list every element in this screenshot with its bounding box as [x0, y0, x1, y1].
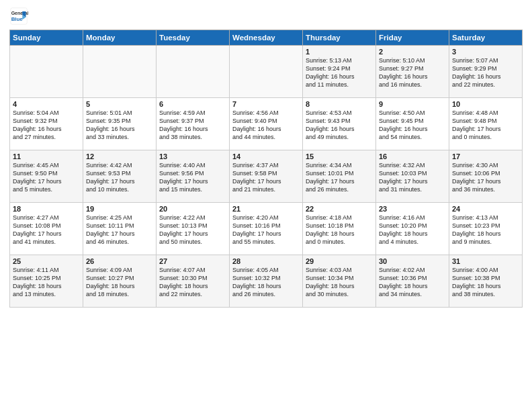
day-number: 5 [86, 100, 153, 108]
day-info: Sunrise: 4:13 AM Sunset: 10:23 PM Daylig… [452, 214, 501, 245]
day-info: Sunrise: 4:53 AM Sunset: 9:43 PM Dayligh… [306, 109, 355, 140]
day-number: 31 [452, 257, 519, 265]
calendar-cell: 18Sunrise: 4:27 AM Sunset: 10:08 PM Dayl… [10, 203, 83, 255]
calendar-cell: 17Sunrise: 4:30 AM Sunset: 10:06 PM Dayl… [449, 150, 523, 203]
calendar-cell: 11Sunrise: 4:45 AM Sunset: 9:50 PM Dayli… [10, 150, 83, 203]
calendar-cell: 10Sunrise: 4:48 AM Sunset: 9:48 PM Dayli… [449, 98, 523, 150]
day-number: 4 [13, 100, 80, 108]
calendar-cell: 6Sunrise: 4:59 AM Sunset: 9:37 PM Daylig… [157, 98, 230, 150]
day-number: 25 [13, 257, 80, 265]
day-info: Sunrise: 4:56 AM Sunset: 9:40 PM Dayligh… [232, 109, 281, 140]
day-number: 3 [452, 48, 519, 56]
calendar-cell: 25Sunrise: 4:11 AM Sunset: 10:25 PM Dayl… [10, 255, 83, 308]
day-info: Sunrise: 4:18 AM Sunset: 10:18 PM Daylig… [306, 214, 355, 245]
calendar-cell [230, 46, 303, 98]
calendar-cell: 19Sunrise: 4:25 AM Sunset: 10:11 PM Dayl… [83, 203, 157, 255]
calendar-cell: 9Sunrise: 4:50 AM Sunset: 9:45 PM Daylig… [376, 98, 449, 150]
day-number: 17 [452, 152, 519, 161]
day-info: Sunrise: 4:25 AM Sunset: 10:11 PM Daylig… [86, 214, 135, 245]
calendar-cell: 31Sunrise: 4:00 AM Sunset: 10:38 PM Dayl… [449, 255, 523, 308]
weekday-header-friday: Friday [376, 30, 449, 46]
calendar-cell: 28Sunrise: 4:05 AM Sunset: 10:32 PM Dayl… [230, 255, 303, 308]
day-info: Sunrise: 4:03 AM Sunset: 10:34 PM Daylig… [306, 267, 355, 298]
weekday-header-monday: Monday [83, 30, 157, 46]
day-info: Sunrise: 4:00 AM Sunset: 10:38 PM Daylig… [452, 267, 501, 298]
day-number: 16 [379, 152, 446, 161]
day-info: Sunrise: 4:02 AM Sunset: 10:36 PM Daylig… [379, 267, 428, 298]
day-number: 26 [86, 257, 153, 265]
day-number: 21 [232, 205, 300, 213]
day-info: Sunrise: 4:34 AM Sunset: 10:01 PM Daylig… [306, 162, 355, 193]
calendar-cell [157, 46, 230, 98]
day-info: Sunrise: 4:48 AM Sunset: 9:48 PM Dayligh… [452, 109, 501, 140]
svg-text:Blue: Blue [11, 16, 24, 22]
calendar-cell: 8Sunrise: 4:53 AM Sunset: 9:43 PM Daylig… [303, 98, 376, 150]
weekday-header-sunday: Sunday [10, 30, 83, 46]
week-row-4: 18Sunrise: 4:27 AM Sunset: 10:08 PM Dayl… [10, 203, 523, 255]
calendar-cell: 27Sunrise: 4:07 AM Sunset: 10:30 PM Dayl… [157, 255, 230, 308]
day-number: 15 [306, 152, 373, 161]
day-info: Sunrise: 5:01 AM Sunset: 9:35 PM Dayligh… [86, 109, 135, 140]
day-number: 6 [159, 100, 226, 108]
week-row-1: 1Sunrise: 5:13 AM Sunset: 9:24 PM Daylig… [10, 46, 523, 98]
day-number: 8 [306, 100, 373, 108]
calendar-cell: 16Sunrise: 4:32 AM Sunset: 10:03 PM Dayl… [376, 150, 449, 203]
weekday-header-saturday: Saturday [449, 30, 523, 46]
day-info: Sunrise: 5:07 AM Sunset: 9:29 PM Dayligh… [452, 57, 501, 88]
day-info: Sunrise: 4:09 AM Sunset: 10:27 PM Daylig… [86, 267, 135, 298]
calendar-cell: 7Sunrise: 4:56 AM Sunset: 9:40 PM Daylig… [230, 98, 303, 150]
calendar-cell: 5Sunrise: 5:01 AM Sunset: 9:35 PM Daylig… [83, 98, 157, 150]
day-number: 11 [13, 152, 80, 161]
calendar-cell: 22Sunrise: 4:18 AM Sunset: 10:18 PM Dayl… [303, 203, 376, 255]
weekday-header-thursday: Thursday [303, 30, 376, 46]
day-info: Sunrise: 5:13 AM Sunset: 9:24 PM Dayligh… [306, 57, 355, 88]
weekday-row: SundayMondayTuesdayWednesdayThursdayFrid… [10, 30, 523, 46]
calendar-body: 1Sunrise: 5:13 AM Sunset: 9:24 PM Daylig… [10, 46, 523, 308]
calendar-cell: 13Sunrise: 4:40 AM Sunset: 9:56 PM Dayli… [157, 150, 230, 203]
day-number: 27 [159, 257, 226, 265]
day-info: Sunrise: 5:04 AM Sunset: 9:32 PM Dayligh… [13, 109, 62, 140]
day-number: 29 [306, 257, 373, 265]
calendar-cell: 29Sunrise: 4:03 AM Sunset: 10:34 PM Dayl… [303, 255, 376, 308]
day-number: 23 [379, 205, 446, 213]
day-info: Sunrise: 4:16 AM Sunset: 10:20 PM Daylig… [379, 214, 428, 245]
header: General Blue [9, 7, 523, 26]
day-info: Sunrise: 5:10 AM Sunset: 9:27 PM Dayligh… [379, 57, 428, 88]
day-number: 10 [452, 100, 519, 108]
calendar-table: SundayMondayTuesdayWednesdayThursdayFrid… [9, 30, 523, 308]
day-info: Sunrise: 4:07 AM Sunset: 10:30 PM Daylig… [159, 267, 208, 298]
calendar-cell: 1Sunrise: 5:13 AM Sunset: 9:24 PM Daylig… [303, 46, 376, 98]
week-row-2: 4Sunrise: 5:04 AM Sunset: 9:32 PM Daylig… [10, 98, 523, 150]
day-number: 20 [159, 205, 226, 213]
calendar-cell: 15Sunrise: 4:34 AM Sunset: 10:01 PM Dayl… [303, 150, 376, 203]
weekday-header-wednesday: Wednesday [230, 30, 303, 46]
day-number: 18 [13, 205, 80, 213]
calendar-cell: 26Sunrise: 4:09 AM Sunset: 10:27 PM Dayl… [83, 255, 157, 308]
calendar-cell [83, 46, 157, 98]
logo: General Blue [9, 7, 28, 26]
day-number: 12 [86, 152, 153, 161]
calendar-cell: 23Sunrise: 4:16 AM Sunset: 10:20 PM Dayl… [376, 203, 449, 255]
day-info: Sunrise: 4:32 AM Sunset: 10:03 PM Daylig… [379, 162, 428, 193]
day-number: 19 [86, 205, 153, 213]
day-number: 1 [306, 48, 373, 56]
day-number: 13 [159, 152, 226, 161]
calendar-cell: 20Sunrise: 4:22 AM Sunset: 10:13 PM Dayl… [157, 203, 230, 255]
day-info: Sunrise: 4:45 AM Sunset: 9:50 PM Dayligh… [13, 162, 62, 193]
day-number: 14 [232, 152, 300, 161]
day-info: Sunrise: 4:30 AM Sunset: 10:06 PM Daylig… [452, 162, 501, 193]
day-number: 7 [232, 100, 300, 108]
day-number: 2 [379, 48, 446, 56]
weekday-header-tuesday: Tuesday [157, 30, 230, 46]
day-info: Sunrise: 4:11 AM Sunset: 10:25 PM Daylig… [13, 267, 62, 298]
calendar-cell: 2Sunrise: 5:10 AM Sunset: 9:27 PM Daylig… [376, 46, 449, 98]
day-info: Sunrise: 4:40 AM Sunset: 9:56 PM Dayligh… [159, 162, 208, 193]
calendar-cell: 4Sunrise: 5:04 AM Sunset: 9:32 PM Daylig… [10, 98, 83, 150]
day-number: 24 [452, 205, 519, 213]
day-info: Sunrise: 4:50 AM Sunset: 9:45 PM Dayligh… [379, 109, 428, 140]
day-number: 28 [232, 257, 300, 265]
calendar-cell: 21Sunrise: 4:20 AM Sunset: 10:16 PM Dayl… [230, 203, 303, 255]
calendar-cell: 30Sunrise: 4:02 AM Sunset: 10:36 PM Dayl… [376, 255, 449, 308]
day-number: 9 [379, 100, 446, 108]
day-info: Sunrise: 4:37 AM Sunset: 9:58 PM Dayligh… [232, 162, 281, 193]
